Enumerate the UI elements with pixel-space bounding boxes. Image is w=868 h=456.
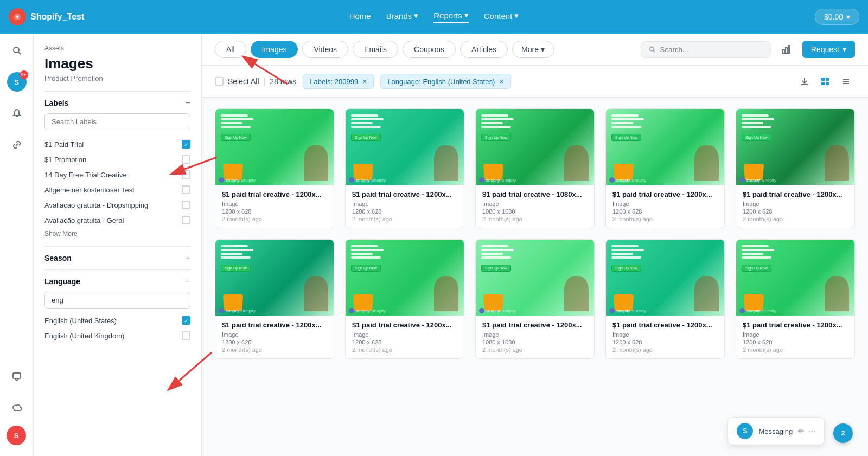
show-more-labels[interactable]: Show More — [44, 228, 190, 240]
grid-view-btn[interactable] — [816, 72, 834, 91]
tab-more[interactable]: More ▾ — [512, 41, 554, 58]
image-card[interactable]: Sign Up Now shopify Shopify $1 paid tria… — [215, 108, 334, 228]
messaging-widget[interactable]: S Messaging ✏ ··· — [727, 417, 825, 445]
filter-tag-close-language[interactable]: × — [499, 77, 503, 86]
svg-point-1 — [14, 47, 19, 53]
card-type: Image — [743, 201, 848, 207]
price-button[interactable]: $0.00 ▾ — [815, 9, 859, 25]
nav-content[interactable]: Content ▾ — [484, 11, 519, 23]
image-card[interactable]: Sign Up Now shopify Shopify $1 paid tria… — [345, 239, 464, 359]
card-title: $1 paid trial creative - 1200x... — [222, 321, 327, 329]
icon-sidebar: S 9+ — [0, 34, 34, 456]
filter-tag-close-labels[interactable]: × — [362, 77, 367, 86]
label-checkbox[interactable] — [182, 216, 190, 224]
filter-row: Select All | 28 rows Labels: 200999 × La… — [202, 66, 868, 98]
breadcrumb: Assets — [44, 44, 190, 52]
image-card[interactable]: Sign Up Now shopify Shopify $1 paid tria… — [215, 239, 334, 359]
label-item[interactable]: Avaliação gratuita - Dropshipping — [44, 197, 190, 213]
tab-videos[interactable]: Videos — [302, 41, 348, 58]
language-item[interactable]: English (United Kingdom) — [44, 328, 190, 343]
tab-articles[interactable]: Articles — [460, 41, 508, 58]
page-title: Images — [44, 55, 190, 72]
label-checkbox[interactable] — [182, 140, 190, 149]
language-text: English (United States) — [44, 317, 117, 325]
season-expand-btn[interactable]: + — [186, 253, 190, 263]
label-item[interactable]: Avaliação gratuita - Geral — [44, 213, 190, 228]
card-date: 2 month(s) ago — [743, 346, 848, 353]
language-checkbox[interactable] — [182, 316, 190, 325]
image-card[interactable]: Sign Up Now shopify Shopify $1 paid tria… — [475, 108, 595, 228]
main-layout: S 9+ — [0, 34, 868, 456]
label-checkbox[interactable] — [182, 185, 190, 194]
more-icon[interactable]: ··· — [809, 427, 815, 435]
image-card[interactable]: Sign Up Now shopify Shopify $1 paid tria… — [605, 239, 725, 359]
image-thumbnail: Sign Up Now shopify Shopify — [346, 240, 464, 316]
image-card[interactable]: Sign Up Now shopify Shopify $1 paid tria… — [605, 108, 725, 228]
tabs-row: AllImagesVideosEmailsCouponsArticlesMore… — [215, 41, 554, 58]
bottom-user-avatar[interactable]: S — [7, 426, 26, 445]
bell-icon-btn[interactable] — [7, 103, 27, 124]
tab-coupons[interactable]: Coupons — [403, 41, 456, 58]
chart-icon-btn[interactable] — [777, 40, 796, 59]
card-dimensions: 1200 x 628 — [743, 339, 848, 345]
card-dimensions: 1200 x 628 — [612, 208, 718, 215]
label-checkbox[interactable] — [182, 155, 190, 164]
images-grid: Sign Up Now shopify Shopify $1 paid tria… — [202, 98, 868, 456]
filter-tag-language[interactable]: Language: English (United States) × — [380, 74, 510, 89]
label-checkbox[interactable] — [182, 201, 190, 209]
image-card[interactable]: Sign Up Now shopify Shopify $1 paid tria… — [345, 108, 464, 228]
image-thumbnail: Sign Up Now shopify Shopify — [736, 109, 854, 185]
label-checkbox[interactable] — [182, 170, 190, 179]
nav-brands[interactable]: Brands ▾ — [386, 11, 419, 23]
label-item[interactable]: $1 Paid Trial — [44, 137, 190, 152]
image-thumbnail: Sign Up Now shopify Shopify — [346, 109, 464, 185]
request-button[interactable]: Request ▾ — [802, 41, 855, 58]
tab-emails[interactable]: Emails — [353, 41, 398, 58]
image-card[interactable]: Sign Up Now shopify Shopify $1 paid tria… — [736, 108, 855, 228]
card-info: $1 paid trial creative - 1200x... Image … — [606, 316, 724, 358]
pencil-icon[interactable]: ✏ — [798, 427, 805, 435]
nav-home[interactable]: Home — [349, 11, 371, 23]
notification-float-badge[interactable]: 2 — [833, 423, 853, 443]
search-input[interactable] — [660, 46, 762, 54]
card-date: 2 month(s) ago — [482, 346, 588, 353]
tab-images[interactable]: Images — [251, 41, 298, 58]
card-info: $1 paid trial creative - 1200x... Image … — [346, 316, 464, 358]
user-icon-btn[interactable]: S 9+ — [7, 72, 27, 92]
card-type: Image — [482, 201, 588, 207]
select-all-checkbox[interactable] — [215, 77, 224, 86]
labels-collapse-btn[interactable]: − — [186, 98, 190, 108]
language-list: English (United States) English (United … — [44, 313, 190, 343]
image-thumbnail: Sign Up Now shopify Shopify — [215, 240, 334, 316]
image-card[interactable]: Sign Up Now shopify Shopify $1 paid tria… — [736, 239, 855, 359]
language-checkbox[interactable] — [182, 331, 190, 340]
download-btn[interactable] — [795, 72, 814, 91]
card-title: $1 paid trial creative - 1200x... — [352, 321, 457, 329]
language-item[interactable]: English (United States) — [44, 313, 190, 328]
label-item[interactable]: 14 Day Free Trial Creative — [44, 167, 190, 182]
language-search-input[interactable] — [44, 292, 190, 309]
link-icon-btn[interactable] — [7, 134, 27, 155]
tab-all[interactable]: All — [215, 41, 246, 58]
card-date: 2 month(s) ago — [612, 216, 718, 222]
filter-tag-labels[interactable]: Labels: 200999 × — [303, 74, 374, 89]
search-labels-input[interactable] — [44, 113, 190, 130]
card-type: Image — [482, 331, 588, 338]
card-dimensions: 1080 x 1080 — [482, 339, 588, 345]
card-dimensions: 1200 x 628 — [222, 339, 327, 345]
svg-rect-9 — [783, 50, 784, 53]
season-section-header: Season + — [44, 253, 190, 263]
card-date: 2 month(s) ago — [612, 346, 718, 353]
label-item[interactable]: Allgemeiner kostenloser Test — [44, 182, 190, 197]
image-card[interactable]: Sign Up Now shopify Shopify $1 paid tria… — [475, 239, 595, 359]
language-collapse-btn[interactable]: − — [186, 277, 190, 286]
main-content: AllImagesVideosEmailsCouponsArticlesMore… — [202, 34, 868, 456]
image-thumbnail: Sign Up Now shopify Shopify — [215, 109, 334, 185]
search-icon-btn[interactable] — [7, 40, 27, 61]
image-thumbnail: Sign Up Now shopify Shopify — [476, 240, 594, 316]
list-view-btn[interactable] — [837, 72, 855, 91]
nav-reports[interactable]: Reports ▾ — [433, 10, 469, 23]
chat-icon-btn[interactable] — [7, 366, 27, 387]
cloud-icon-btn[interactable] — [7, 397, 27, 418]
label-item[interactable]: $1 Promotion — [44, 152, 190, 167]
